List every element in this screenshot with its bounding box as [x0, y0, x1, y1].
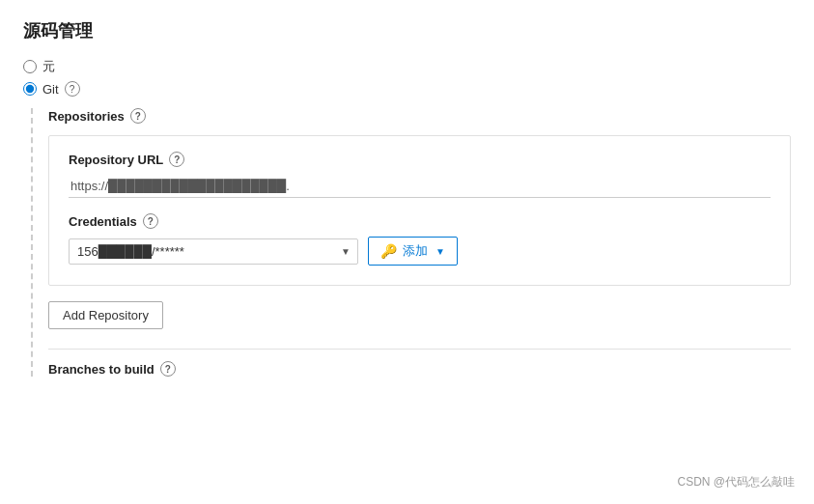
git-help-icon[interactable]: ? [65, 81, 80, 97]
branches-label: Branches to build [48, 362, 154, 377]
credentials-row: 156██████/****** ▼ 🔑 添加 ▼ [69, 237, 771, 266]
repo-url-input[interactable] [69, 175, 771, 198]
branches-header: Branches to build ? [48, 349, 791, 377]
git-section: Repositories ? Repository URL ? Credenti… [31, 108, 791, 377]
repo-card: Repository URL ? Credentials ? 156██████… [48, 135, 791, 286]
radio-git-label: Git [42, 82, 59, 97]
page-container: 源码管理 元 Git ? Repositories ? Repository U… [0, 0, 814, 504]
radio-none[interactable]: 元 [23, 58, 791, 75]
credentials-select-wrapper: 156██████/****** ▼ [69, 238, 358, 265]
radio-git-input[interactable] [23, 82, 37, 96]
page-title: 源码管理 [23, 19, 791, 42]
repositories-header: Repositories ? [48, 108, 791, 124]
radio-git[interactable]: Git ? [23, 81, 791, 97]
credentials-label: Credentials [69, 214, 137, 229]
add-repository-button[interactable]: Add Repository [48, 301, 163, 329]
repo-url-label: Repository URL [69, 153, 163, 167]
radio-group: 元 Git ? [23, 58, 791, 97]
radio-none-label: 元 [42, 58, 55, 75]
credentials-field-label: Credentials ? [69, 213, 771, 229]
repositories-label: Repositories [48, 109, 125, 124]
add-credential-label: 添加 [403, 242, 428, 260]
repositories-help-icon[interactable]: ? [130, 108, 146, 124]
key-icon: 🔑 [380, 243, 397, 259]
repo-url-help-icon[interactable]: ? [169, 152, 184, 167]
branches-help-icon[interactable]: ? [160, 361, 176, 377]
watermark: CSDN @代码怎么敲哇 [677, 474, 795, 490]
add-credential-button[interactable]: 🔑 添加 ▼ [368, 237, 458, 266]
credentials-select[interactable]: 156██████/****** [69, 238, 358, 265]
radio-none-input[interactable] [23, 60, 37, 73]
repo-url-field-label: Repository URL ? [69, 152, 771, 167]
add-dropdown-arrow-icon: ▼ [435, 246, 445, 257]
credentials-help-icon[interactable]: ? [143, 213, 158, 229]
